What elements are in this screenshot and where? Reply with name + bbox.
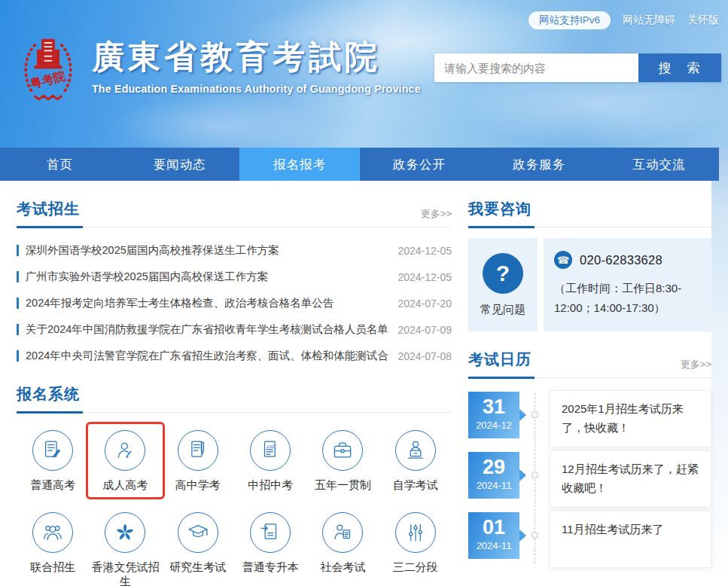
nav-item-news[interactable]: 要闻动态 xyxy=(120,148,239,181)
date-badge: 01 2024-11 xyxy=(468,512,519,559)
system-item-five-year[interactable]: 五年一贯制 xyxy=(306,425,379,496)
exam-news-title: 考试招生 xyxy=(17,199,83,228)
news-title: 2024年中央司法警官学院在广东省招生政治考察、面试、体检和体能测试合... xyxy=(26,349,388,363)
calendar-card[interactable]: 11月招生考试历来了 xyxy=(550,511,711,568)
sliders-icon xyxy=(404,521,427,544)
site-title: 廣東省教育考試院 xyxy=(92,41,421,73)
nav-item-interaction[interactable]: 互动交流 xyxy=(599,148,719,181)
nav-item-gov-services[interactable]: 政务服务 xyxy=(480,148,599,181)
calendar-header: 考试日历 更多>> xyxy=(468,349,711,378)
emblem-text: 粤考院 xyxy=(29,69,66,90)
care-version-link[interactable]: 关怀版 xyxy=(687,14,719,27)
consult-header: 我要咨询 xyxy=(468,199,711,227)
phone-number: 020-62833628 xyxy=(580,253,663,267)
news-title: 深圳外国语学校2025届国内高校推荐保送生工作方案 xyxy=(26,243,388,258)
phone-card: ☎ 020-62833628 （工作时间：工作日8:30-12:00；14:00… xyxy=(544,238,711,331)
date-badge: 31 2024-12 xyxy=(468,392,519,438)
system-item-adult-gaokao[interactable]: 成人高考 xyxy=(89,425,161,496)
system-item-three-two[interactable]: 三二分段 xyxy=(379,507,452,586)
self-study-laptop-icon xyxy=(404,439,427,462)
ipv6-badge[interactable]: 网站支持IPv6 xyxy=(528,11,611,29)
system-item-hk-dse[interactable]: 香港文凭试招生 xyxy=(89,507,161,586)
calendar-title: 考试日历 xyxy=(468,349,535,379)
document-arrow-icon xyxy=(259,521,282,544)
calendar-card[interactable]: 12月招生考试历来了，赶紧收藏吧！ xyxy=(550,450,711,508)
news-title: 关于2024年中国消防救援学院在广东省招收青年学生考核测试合格人员名单... xyxy=(26,322,388,337)
system-item-self-study[interactable]: 自学考试 xyxy=(379,425,452,496)
date-badge: 29 2024-11 xyxy=(468,452,519,499)
document-pen-icon xyxy=(187,439,209,462)
news-title: 广州市实验外语学校2025届国内高校保送工作方案 xyxy=(26,270,388,284)
registration-systems-grid: 普通高考 成人高考 高中学考 100 中招中考 xyxy=(17,425,452,586)
search-input[interactable] xyxy=(434,53,638,82)
main-nav: 首页 要闻动态 报名报考 政务公开 政务服务 互动交流 xyxy=(0,148,719,181)
timeline-node-icon xyxy=(532,472,538,478)
faq-card[interactable]: ? 常见问题 xyxy=(468,238,538,331)
news-date: 2024-07-20 xyxy=(398,298,452,310)
calendar-item: 31 2024-12 2025年1月招生考试历来了，快收藏！ xyxy=(468,390,711,447)
bullet-bar-icon xyxy=(17,324,19,335)
svg-text:100: 100 xyxy=(267,444,275,449)
news-date: 2024-12-05 xyxy=(398,271,452,283)
search-button[interactable]: 搜 索 xyxy=(638,53,721,82)
faq-label: 常见问题 xyxy=(480,303,525,317)
score-sheet-icon: 100 xyxy=(259,439,282,462)
news-title: 2024年报考定向培养军士考生体格检查、政治考核合格名单公告 xyxy=(26,296,388,310)
bullet-bar-icon xyxy=(17,271,19,282)
news-item[interactable]: 深圳外国语学校2025届国内高校推荐保送生工作方案 2024-12-05 xyxy=(17,237,452,264)
system-item-zhuanshengben[interactable]: 普通专升本 xyxy=(234,507,306,586)
system-item-zhongkao[interactable]: 100 中招中考 xyxy=(234,425,306,496)
site-subtitle: The Education Examinations Authority of … xyxy=(92,83,421,95)
main-content: 考试招生 更多>> 深圳外国语学校2025届国内高校推荐保送生工作方案 2024… xyxy=(0,181,728,586)
calendar-more-link[interactable]: 更多>> xyxy=(681,358,711,377)
news-date: 2024-12-05 xyxy=(398,245,452,257)
nav-item-home[interactable]: 首页 xyxy=(0,148,120,181)
briefcase-icon xyxy=(331,439,354,462)
site-logo-emblem[interactable]: 粤考院 xyxy=(15,33,81,107)
bauhinia-flower-icon xyxy=(114,521,136,544)
news-item[interactable]: 关于2024年中国消防救援学院在广东省招收青年学生考核测试合格人员名单... 2… xyxy=(17,316,452,343)
exam-news-list: 深圳外国语学校2025届国内高校推荐保送生工作方案 2024-12-05 广州市… xyxy=(17,237,452,369)
timeline-node-icon xyxy=(532,411,538,418)
news-date: 2024-07-08 xyxy=(398,350,452,362)
people-group-icon xyxy=(41,521,64,544)
news-item[interactable]: 2024年报考定向培养军士考生体格检查、政治考核合格名单公告 2024-07-2… xyxy=(17,290,452,316)
header-top-links: 网站支持IPv6 网站无障碍 关怀版 xyxy=(528,11,719,29)
graduation-cap-icon xyxy=(187,521,209,544)
site-header: 网站支持IPv6 网站无障碍 关怀版 粤考院 廣東省教育考試院 The Educ… xyxy=(0,0,728,148)
exam-news-more-link[interactable]: 更多>> xyxy=(421,207,452,227)
consult-title: 我要咨询 xyxy=(468,199,535,228)
nav-item-registration[interactable]: 报名报考 xyxy=(239,148,359,181)
search-bar: 搜 索 xyxy=(434,53,721,82)
system-item-joint-admission[interactable]: 联合招生 xyxy=(17,507,89,586)
systems-title: 报名系统 xyxy=(17,384,83,414)
timeline-node-icon xyxy=(532,532,538,539)
nav-item-gov-disclosure[interactable]: 政务公开 xyxy=(360,148,480,181)
left-column: 考试招生 更多>> 深圳外国语学校2025届国内高校推荐保送生工作方案 2024… xyxy=(17,199,452,586)
calendar-card[interactable]: 2025年1月招生考试历来了，快收藏！ xyxy=(550,390,711,447)
system-item-social-exam[interactable]: 社会考试 xyxy=(306,507,379,586)
question-mark-icon: ? xyxy=(483,253,523,294)
calendar-item: 29 2024-11 12月招生考试历来了，赶紧收藏吧！ xyxy=(468,450,711,508)
right-column: 我要咨询 ? 常见问题 ☎ 020-62833628 （工作时间：工作日8:30… xyxy=(468,199,711,586)
phone-icon: ☎ xyxy=(554,251,572,269)
accessibility-link[interactable]: 网站无障碍 xyxy=(623,14,675,27)
news-date: 2024-07-09 xyxy=(398,324,452,336)
bullet-bar-icon xyxy=(17,298,19,309)
consult-cards: ? 常见问题 ☎ 020-62833628 （工作时间：工作日8:30-12:0… xyxy=(468,238,711,331)
system-item-postgraduate[interactable]: 研究生考试 xyxy=(162,507,234,586)
news-item[interactable]: 2024年中央司法警官学院在广东省招生政治考察、面试、体检和体能测试合... 2… xyxy=(17,343,452,369)
bullet-bar-icon xyxy=(17,350,19,362)
document-pencil-icon xyxy=(41,439,64,462)
brand-block: 粤考院 廣東省教育考試院 The Education Examinations … xyxy=(15,33,421,107)
system-item-gaokao[interactable]: 普通高考 xyxy=(17,425,89,496)
working-hours: （工作时间：工作日8:30-12:00；14:00-17:30） xyxy=(554,279,701,319)
adult-person-icon xyxy=(114,439,136,462)
system-item-high-school-exam[interactable]: 高中学考 xyxy=(162,425,234,496)
exam-news-header: 考试招生 更多>> xyxy=(17,199,452,227)
calendar-list: 31 2024-12 2025年1月招生考试历来了，快收藏！ 29 2024-1… xyxy=(468,390,711,568)
systems-header: 报名系统 xyxy=(17,384,452,413)
calendar-item: 01 2024-11 11月招生考试历来了 xyxy=(468,511,711,568)
news-item[interactable]: 广州市实验外语学校2025届国内高校保送工作方案 2024-12-05 xyxy=(17,264,452,290)
bullet-bar-icon xyxy=(17,245,19,256)
